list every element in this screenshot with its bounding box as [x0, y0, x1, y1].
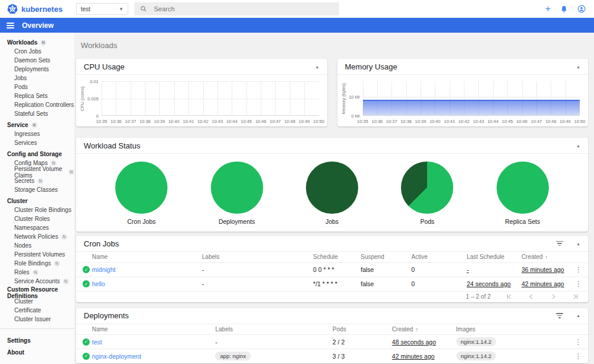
sidebar-item-nodes[interactable]: Nodes — [0, 241, 74, 250]
sidebar-item-label: Secrets — [14, 178, 34, 184]
namespaced-badge: N — [61, 234, 67, 240]
collapse-caret-icon[interactable]: ▲ — [576, 65, 580, 69]
sort-ascending-icon: ↑ — [415, 327, 418, 333]
first-page-icon[interactable] — [506, 293, 513, 300]
sidebar-item-network-policies[interactable]: Network PoliciesN — [0, 232, 74, 241]
column-header-created[interactable]: Created↑ — [392, 324, 456, 335]
workload-status-pie-deployments: Deployments — [211, 162, 263, 225]
workload-status-pie-jobs: Jobs — [306, 162, 358, 225]
pods-value: 2 / 2 — [333, 338, 345, 346]
sidebar-item-certificate[interactable]: Certificate — [0, 306, 74, 315]
v-gridline — [290, 81, 290, 115]
status-ok-icon: ✓ — [83, 280, 90, 287]
kebab-menu-icon[interactable]: ⋮ — [575, 265, 582, 274]
x-tick-label: 10:50 — [313, 119, 324, 124]
sidebar-item-jobs[interactable]: Jobs — [0, 74, 74, 83]
sidebar-group-header-cluster[interactable]: Cluster — [0, 197, 74, 205]
sidebar-item-about[interactable]: About — [0, 346, 74, 358]
cronjob-name-link[interactable]: hello — [92, 280, 105, 287]
column-header-last-schedule[interactable]: Last Schedule — [467, 252, 522, 262]
next-page-icon[interactable] — [550, 293, 557, 300]
collapse-caret-icon[interactable]: ▲ — [315, 65, 320, 69]
collapse-caret-icon[interactable]: ▲ — [576, 144, 580, 148]
sidebar-item-stateful-sets[interactable]: Stateful Sets — [0, 109, 74, 118]
sidebar-item-service-accounts[interactable]: Service AccountsN — [0, 277, 74, 286]
sidebar-item-persistent-volumes[interactable]: Persistent Volumes — [0, 250, 74, 259]
sidebar-item-label: Replica Sets — [14, 93, 48, 99]
filter-icon[interactable] — [556, 240, 563, 248]
sidebar-group-header-config-and-storage[interactable]: Config and Storage — [0, 150, 74, 159]
search-icon — [140, 5, 147, 12]
v-gridline — [159, 81, 160, 115]
cpu-usage-card: CPU Usage ▲ CPU (cores) 0.010.0050 10:35… — [76, 59, 327, 126]
sidebar-item-role-bindings[interactable]: Role BindingsN — [0, 259, 74, 268]
account-icon[interactable] — [577, 5, 586, 13]
namespaced-badge: N — [33, 270, 39, 276]
sidebar-item-cron-jobs[interactable]: Cron Jobs — [0, 47, 74, 56]
table-cell: - — [467, 262, 522, 277]
x-tick-label: 10:41 — [183, 119, 194, 124]
kebab-menu-icon[interactable]: ⋮ — [575, 338, 582, 346]
sidebar-item-cluster-issuer[interactable]: Cluster Issuer — [0, 315, 74, 324]
menu-hamburger-icon[interactable] — [7, 21, 14, 30]
column-header-name[interactable]: Name — [92, 324, 216, 335]
x-tick-label: 10:35 — [96, 119, 108, 124]
status-ok-icon: ✓ — [83, 353, 90, 360]
column-header-images[interactable]: Images — [456, 324, 569, 335]
sidebar-group-header-workloads[interactable]: WorkloadsN — [0, 38, 74, 47]
column-header-labels[interactable]: Labels — [215, 324, 332, 335]
kebab-menu-icon[interactable]: ⋮ — [575, 280, 582, 288]
previous-page-icon[interactable] — [528, 293, 535, 300]
column-header-label: Name — [92, 254, 108, 260]
sidebar-item-daemon-sets[interactable]: Daemon Sets — [0, 56, 74, 65]
x-tick-label: 10:46 — [516, 119, 527, 124]
column-header-name[interactable]: Name — [92, 252, 202, 262]
sidebar-item-replication-controllers[interactable]: Replication Controllers — [0, 100, 74, 109]
created-value: 36 minutes ago — [522, 266, 564, 273]
created-value: 42 minutes ago — [392, 353, 435, 360]
sidebar-item-label: Cluster — [14, 298, 33, 305]
deployment-name-link[interactable]: nginx-deployment — [92, 353, 141, 360]
namespace-selector[interactable]: test ▼ — [76, 3, 128, 15]
search-input[interactable] — [153, 5, 333, 13]
column-header-active[interactable]: Active — [412, 252, 467, 262]
pagination-range: 1 – 2 of 2 — [466, 293, 491, 300]
sidebar-item-deployments[interactable]: Deployments — [0, 65, 74, 74]
cronjob-name-link[interactable]: midnight — [92, 266, 116, 273]
kebab-menu-icon[interactable]: ⋮ — [575, 352, 582, 360]
sidebar-group-header-custom-resource-definitions[interactable]: Custom Resource Definitions — [0, 288, 74, 297]
sidebar-item-label: Persistent Volume Claims — [14, 166, 65, 179]
sidebar-item-storage-classes[interactable]: Storage Classes — [0, 185, 74, 194]
sidebar-item-ingresses[interactable]: Ingresses — [0, 129, 74, 138]
column-header-pods[interactable]: Pods — [333, 324, 392, 335]
kubernetes-logo[interactable]: kubernetes — [0, 4, 76, 14]
last-page-icon[interactable] — [572, 293, 579, 300]
table-cell: */1 * * * * — [313, 277, 361, 291]
deployment-name-link[interactable]: test — [92, 338, 102, 346]
sidebar-item-cluster-role-bindings[interactable]: Cluster Role Bindings — [0, 205, 74, 214]
pie-label: Cron Jobs — [115, 218, 168, 225]
sidebar-item-namespaces[interactable]: Namespaces — [0, 223, 74, 232]
column-header-schedule[interactable]: Schedule — [313, 252, 361, 262]
sidebar-group-label: Service — [7, 122, 29, 128]
sidebar-item-replica-sets[interactable]: Replica Sets — [0, 91, 74, 100]
sidebar-item-cluster-roles[interactable]: Cluster Roles — [0, 214, 74, 223]
column-header-suspend[interactable]: Suspend — [361, 252, 411, 262]
last-schedule-value: 24 seconds ago — [467, 280, 511, 287]
create-resource-button[interactable]: + — [545, 4, 551, 14]
collapse-caret-icon[interactable]: ▲ — [576, 314, 580, 318]
sidebar-item-services[interactable]: Services — [0, 138, 74, 147]
sidebar-group-header-service[interactable]: ServiceN — [0, 121, 74, 129]
x-tick-label: 10:45 — [241, 119, 252, 124]
column-header-labels[interactable]: Labels — [202, 252, 313, 262]
sidebar-item-pods[interactable]: Pods — [0, 83, 74, 91]
sidebar-item-persistent-volume-claims[interactable]: Persistent Volume ClaimsN — [0, 167, 74, 176]
pie-chart — [115, 162, 168, 214]
search-bar[interactable] — [134, 2, 339, 15]
column-header-created[interactable]: Created↑ — [522, 252, 569, 262]
collapse-caret-icon[interactable]: ▲ — [576, 242, 580, 246]
filter-icon[interactable] — [556, 312, 563, 319]
sidebar-item-roles[interactable]: RolesN — [0, 268, 74, 277]
sidebar-item-settings[interactable]: Settings — [0, 334, 74, 346]
notifications-bell-icon[interactable] — [560, 5, 568, 13]
